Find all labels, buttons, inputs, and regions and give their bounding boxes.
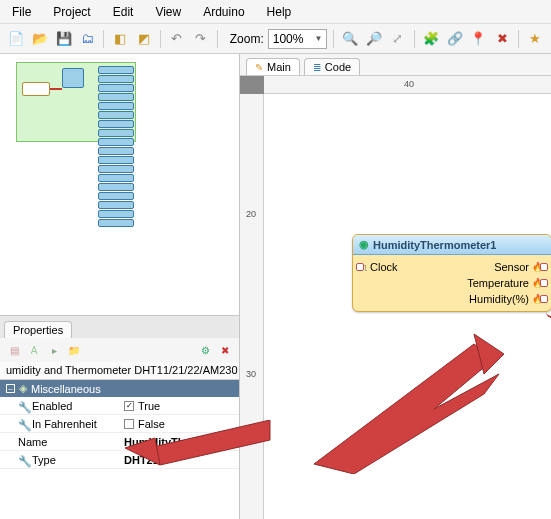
prop-value: HumidityThermo... [124, 436, 221, 448]
checkbox-checked-icon[interactable]: ✓ [124, 401, 134, 411]
marker-icon[interactable]: 📍 [469, 29, 489, 49]
corner-tool-icon[interactable]: ◩ [134, 29, 154, 49]
prop-value: False [138, 418, 165, 430]
property-enabled[interactable]: 🔧Enabled ✓True [0, 397, 239, 415]
node-title: HumidityThermometer1 [373, 239, 496, 251]
overview-stack [98, 66, 134, 236]
overview-wire [50, 88, 62, 90]
properties-tab[interactable]: Properties [4, 321, 72, 338]
filter-icon[interactable]: ⚙ [197, 342, 213, 358]
overview-node [22, 82, 50, 96]
category-icon[interactable]: ▤ [6, 342, 22, 358]
component-humidity-thermometer[interactable]: ◉ HumidityThermometer1 ⎍Clock Sensor🔥 T [352, 234, 551, 312]
zoom-label: Zoom: [230, 32, 264, 46]
alpha-icon[interactable]: A [26, 342, 42, 358]
output-pin[interactable] [540, 263, 548, 271]
properties-toolbar: ▤ A ▸ 📁 ⚙ ✖ [0, 338, 239, 362]
svg-marker-0 [314, 344, 499, 474]
output-pin[interactable] [540, 295, 548, 303]
menu-view[interactable]: View [147, 3, 189, 21]
menu-help[interactable]: Help [259, 3, 300, 21]
save-all-icon[interactable]: 🗂 [78, 29, 98, 49]
pin-label-sensor: Sensor [494, 261, 529, 273]
properties-tabbar: Properties [0, 316, 239, 338]
undo-icon[interactable]: ↶ [167, 29, 187, 49]
open-icon[interactable]: 📂 [30, 29, 50, 49]
zoom-combobox[interactable]: 100% ▼ [268, 29, 328, 49]
designer-tabbar: ✎Main ≣Code [240, 54, 551, 76]
menu-file[interactable]: File [4, 3, 39, 21]
annotation-arrow [294, 304, 504, 474]
checkbox-icon[interactable] [124, 419, 134, 429]
star-icon[interactable]: ★ [525, 29, 545, 49]
design-canvas[interactable]: ◉ HumidityThermometer1 ⎍Clock Sensor🔥 T [264, 94, 551, 519]
expand-icon[interactable]: ▸ [46, 342, 62, 358]
delete-icon[interactable]: ✖ [492, 29, 512, 49]
menu-edit[interactable]: Edit [105, 3, 142, 21]
menu-bar: File Project Edit View Arduino Help [0, 0, 551, 24]
ruler-horizontal: 40 [264, 76, 551, 94]
group-label: Miscellaneous [31, 383, 101, 395]
connect-icon[interactable]: 🔗 [445, 29, 465, 49]
clear-icon[interactable]: ✖ [217, 342, 233, 358]
new-file-icon[interactable]: 📄 [6, 29, 26, 49]
left-panel: Properties ▤ A ▸ 📁 ⚙ ✖ umidity and Therm… [0, 54, 240, 519]
prop-name: Name [18, 436, 47, 448]
property-type[interactable]: 🔧Type DHT21 [0, 451, 239, 469]
redo-icon[interactable]: ↷ [191, 29, 211, 49]
menu-project[interactable]: Project [45, 3, 98, 21]
prop-value: True [138, 400, 160, 412]
property-fahrenheit[interactable]: 🔧In Fahrenheit False [0, 415, 239, 433]
prop-name: Type [32, 454, 56, 466]
sensor-icon: ◉ [359, 238, 369, 251]
svg-marker-1 [474, 334, 504, 374]
properties-object-name: umidity and Thermometer DHT11/21/22/AM23… [0, 362, 239, 380]
tab-code[interactable]: ≣Code [304, 58, 360, 75]
zoom-in-icon[interactable]: 🔎 [364, 29, 384, 49]
overview-node [62, 68, 84, 88]
tab-main[interactable]: ✎Main [246, 58, 300, 75]
zoom-fit-icon[interactable]: ⤢ [388, 29, 408, 49]
component-icon[interactable]: 🧩 [421, 29, 441, 49]
properties-panel: Properties ▤ A ▸ 📁 ⚙ ✖ umidity and Therm… [0, 315, 239, 519]
pencil-icon: ✎ [255, 62, 263, 73]
output-pin[interactable] [540, 279, 548, 287]
pin-label-temperature: Temperature [467, 277, 529, 289]
zoom-value: 100% [273, 32, 304, 46]
code-icon: ≣ [313, 62, 321, 73]
prop-value: DHT21 [124, 454, 159, 466]
zoom-out-icon[interactable]: 🔍 [340, 29, 360, 49]
property-name[interactable]: Name HumidityThermo... [0, 433, 239, 451]
toolbar: 📄 📂 💾 🗂 ◧ ◩ ↶ ↷ Zoom: 100% ▼ 🔍 🔎 ⤢ 🧩 🔗 📍… [0, 24, 551, 54]
property-group[interactable]: – ◈ Miscellaneous [0, 380, 239, 397]
ruler-vertical: 20 30 [240, 94, 264, 519]
wrench-icon: 🔧 [18, 401, 28, 411]
input-pin[interactable] [356, 263, 364, 271]
chevron-down-icon: ▼ [314, 34, 322, 43]
shape-tool-icon[interactable]: ◧ [110, 29, 130, 49]
pin-label-clock: Clock [370, 261, 398, 273]
wrench-icon: 🔧 [18, 419, 28, 429]
menu-arduino[interactable]: Arduino [195, 3, 252, 21]
pin-label-humidity: Humidity(%) [469, 293, 529, 305]
collapse-icon[interactable]: – [6, 384, 15, 393]
wrench-icon: 🔧 [18, 455, 28, 465]
ruler-corner [240, 76, 264, 94]
overview-panel[interactable] [0, 54, 239, 315]
folder-icon[interactable]: 📁 [66, 342, 82, 358]
prop-name: In Fahrenheit [32, 418, 97, 430]
save-icon[interactable]: 💾 [54, 29, 74, 49]
designer-panel: ✎Main ≣Code 40 20 30 ◉ HumidityThermomet… [240, 54, 551, 519]
prop-name: Enabled [32, 400, 72, 412]
